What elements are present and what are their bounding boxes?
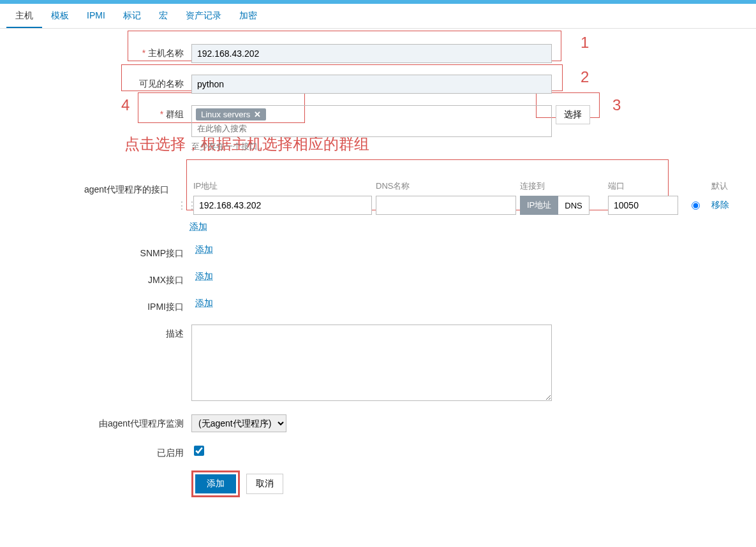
agent-remove-link[interactable]: 移除 bbox=[711, 200, 750, 211]
jmx-add-link[interactable]: 添加 bbox=[195, 271, 213, 282]
groups-select-button[interactable]: 选择 bbox=[556, 105, 590, 124]
host-form: 1 2 3 4 点击选择，根据主机选择相应的群组 至少存在一个接口。 * 主机名… bbox=[0, 29, 756, 510]
agent-iface-header: IP地址 DNS名称 连接到 端口 默认 bbox=[177, 180, 750, 192]
submit-button[interactable]: 添加 bbox=[195, 474, 236, 493]
label-hostname: * 主机名称 bbox=[6, 44, 191, 59]
tabs-nav: 主机 模板 IPMI 标记 宏 资产记录 加密 bbox=[0, 4, 756, 29]
hdr-ip: IP地址 bbox=[193, 180, 372, 192]
group-search-input[interactable] bbox=[196, 123, 311, 134]
tab-inventory[interactable]: 资产记录 bbox=[177, 4, 230, 28]
tab-encryption[interactable]: 加密 bbox=[230, 4, 266, 28]
agent-dns-input[interactable] bbox=[376, 196, 516, 215]
description-textarea[interactable] bbox=[191, 325, 552, 401]
tab-template[interactable]: 模板 bbox=[42, 4, 78, 28]
agent-iface-row: ⋮⋮ IP地址 DNS 移除 bbox=[177, 196, 750, 215]
agent-default-radio[interactable] bbox=[692, 201, 700, 210]
tab-macro[interactable]: 宏 bbox=[150, 4, 177, 28]
label-enabled: 已启用 bbox=[6, 444, 191, 459]
action-row: 添加 取消 bbox=[191, 470, 750, 497]
grey-hint-text: 至少存在一个接口。 bbox=[191, 141, 266, 152]
ipmi-add-link[interactable]: 添加 bbox=[195, 298, 213, 309]
submit-highlight-box: 添加 bbox=[191, 470, 240, 497]
tab-ipmi[interactable]: IPMI bbox=[78, 4, 114, 28]
visiblename-input[interactable] bbox=[191, 75, 552, 94]
drag-handle-icon[interactable]: ⋮⋮ bbox=[177, 200, 189, 212]
label-description: 描述 bbox=[6, 325, 191, 340]
enabled-checkbox[interactable] bbox=[194, 446, 204, 456]
agent-ip-input[interactable] bbox=[193, 196, 372, 215]
tab-tag[interactable]: 标记 bbox=[114, 4, 150, 28]
label-visiblename: 可见的名称 bbox=[6, 75, 191, 90]
label-agent-interface: agent代理程序的接口 bbox=[6, 180, 177, 196]
snmp-add-link[interactable]: 添加 bbox=[195, 244, 213, 256]
hdr-port: 端口 bbox=[608, 180, 678, 192]
tab-host[interactable]: 主机 bbox=[6, 4, 42, 28]
label-jmx-interface: JMX接口 bbox=[6, 271, 191, 286]
label-ipmi-interface: IPMI接口 bbox=[6, 298, 191, 313]
connect-ip-button[interactable]: IP地址 bbox=[520, 196, 558, 215]
group-tag-label: Linux servers bbox=[201, 110, 250, 119]
label-snmp-interface: SNMP接口 bbox=[6, 244, 191, 259]
group-tag-linux-servers[interactable]: Linux servers ✕ bbox=[196, 108, 266, 120]
proxy-select[interactable]: (无agent代理程序) bbox=[191, 414, 286, 432]
hdr-default: 默认 bbox=[711, 180, 750, 192]
hdr-connect: 连接到 bbox=[520, 180, 604, 192]
connect-to-toggle: IP地址 DNS bbox=[520, 196, 604, 215]
connect-dns-button[interactable]: DNS bbox=[558, 196, 589, 215]
label-monitored-by: 由agent代理程序监测 bbox=[6, 414, 191, 430]
cancel-button[interactable]: 取消 bbox=[246, 474, 283, 494]
agent-add-link[interactable]: 添加 bbox=[189, 221, 207, 233]
label-groups: * 群组 bbox=[6, 105, 191, 120]
hdr-dns: DNS名称 bbox=[376, 180, 516, 192]
group-tag-remove-icon[interactable]: ✕ bbox=[254, 110, 261, 119]
hostname-input[interactable] bbox=[191, 44, 552, 63]
groups-multiselect[interactable]: Linux servers ✕ bbox=[191, 105, 552, 137]
agent-port-input[interactable] bbox=[608, 196, 678, 215]
